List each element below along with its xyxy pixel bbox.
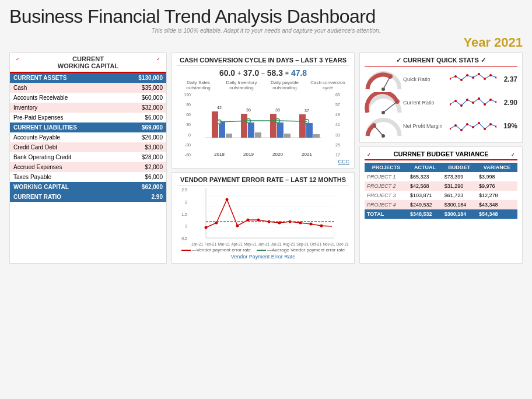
quick-ratio-gauge — [365, 69, 400, 90]
stats-title-text: CURRENT QUICK STATS — [403, 57, 479, 64]
vendor-chart-area: 2.5 2 1.5 1 0.5 — [177, 188, 349, 242]
proj2-name: PROJECT 2 — [365, 181, 408, 191]
net-profit-label: Net Profit Margin — [403, 123, 446, 129]
cc-bar-chart: 42 38 38 — [194, 93, 332, 158]
svg-point-46 — [472, 126, 474, 128]
total-actual: $348,532 — [408, 209, 442, 219]
vendor-chart-label: Vendor Payment Error Rate — [177, 254, 349, 260]
proj3-budget: $61,723 — [442, 191, 477, 200]
vendor-svg — [191, 188, 349, 240]
vendor-error-line — [206, 200, 332, 228]
assets-label: CURRENT ASSETS — [10, 73, 118, 83]
svg-point-37 — [489, 99, 492, 101]
vendor-legend: —Vendor payment error rate —Average Vend… — [177, 247, 349, 253]
budget-header: PROJECTS ACTUAL BUDGET VARIANCE — [365, 163, 517, 172]
bar-2021-dso — [299, 114, 306, 138]
svg-point-38 — [495, 101, 496, 103]
wc-header: CURRENTWORKING CAPITAL — [10, 53, 166, 73]
svg-line-17 — [383, 76, 390, 89]
cc-label-ccc: Cash conversion cycle — [307, 80, 348, 90]
cash-value: $35,000 — [118, 83, 166, 93]
proj4-actual: $249,532 — [408, 200, 442, 209]
vendor-xaxis: Jan-21 Feb-21 Mar-21 Apr-21 May-21 Jun-2… — [177, 242, 349, 246]
col-actual: ACTUAL — [408, 163, 442, 172]
budget-title: CURRNET BUDGET VARIANCE — [365, 150, 517, 160]
right-panel: ✓ CURRENT QUICK STATS ✓ — [359, 52, 523, 264]
stats-title: ✓ CURRENT QUICK STATS ✓ — [365, 57, 517, 66]
col-budget: BUDGET — [442, 163, 477, 172]
bar-2019-dpo — [255, 132, 261, 138]
net-profit-value: 19% — [500, 122, 517, 130]
bar-2019-dso — [241, 114, 247, 138]
bar-2021-dio — [306, 123, 313, 138]
current-ratio-trend — [450, 94, 496, 110]
svg-point-18 — [450, 78, 451, 80]
current-ratio-row: CURRENT RATIO 2.90 — [10, 192, 166, 202]
cc-label-dso: Daily Sales outstanding — [178, 80, 219, 90]
accrued-label: Accrued Expenses — [10, 162, 118, 172]
vp-dot-12 — [320, 225, 323, 228]
prepaid-row: Pre-Paid Expenses $6,000 — [10, 113, 166, 123]
vp-dot-3 — [226, 198, 229, 201]
col-projects: PROJECTS — [365, 163, 408, 172]
current-ratio-value: 2.90 — [500, 99, 517, 107]
svg-text:2020: 2020 — [272, 152, 283, 157]
year-label: Year 2021 — [9, 35, 523, 50]
total-label: TOTAL — [365, 209, 408, 219]
proj3-actual: $103,871 — [408, 191, 442, 200]
svg-text:2021: 2021 — [302, 152, 312, 157]
main-grid: CURRENTWORKING CAPITAL CURRENT ASSETS $1… — [9, 52, 523, 264]
cc-debt-row: Credit Card Debt $3,000 — [10, 142, 166, 152]
vp-dot-11 — [310, 223, 313, 226]
left-panel: CURRENTWORKING CAPITAL CURRENT ASSETS $1… — [9, 52, 167, 264]
middle-panel: CASH CONVERSION CYCLE IN DAYS – LAST 3 Y… — [172, 52, 355, 264]
cc-dso: 60.0 — [219, 68, 235, 78]
current-ratio-label-wrap: Current Ratio — [403, 100, 446, 106]
ccc-label: CCC — [177, 159, 349, 164]
prepaid-value: $6,000 — [118, 113, 166, 123]
proj3-variance: $12,278 — [477, 191, 517, 200]
budget-row-1: PROJECT 1 $65,323 $73,399 $3,998 — [365, 172, 517, 181]
liabilities-value: $69,000 — [118, 123, 166, 132]
ar-row: Accounts Receivable $60,000 — [10, 93, 166, 103]
bar-2021-dpo — [313, 134, 320, 138]
net-profit-trend — [450, 117, 496, 134]
svg-point-26 — [495, 76, 496, 79]
proj4-variance: $43,348 — [477, 200, 517, 209]
stat-net-profit: Net Profit Margin — [365, 116, 517, 136]
svg-text:2018: 2018 — [214, 152, 225, 157]
cr-label: CURRENT RATIO — [10, 192, 118, 202]
svg-point-35 — [478, 97, 480, 100]
cc-chart-area: 120 90 60 30 0 -30 -60 — [177, 93, 349, 158]
svg-point-44 — [460, 129, 463, 131]
liabilities-label: CURRENT LIABILITIES — [10, 123, 118, 132]
vendor-chart — [191, 188, 349, 242]
liabilities-header-row: CURRENT LIABILITIES $69,000 — [10, 123, 166, 132]
cc-dpo: 58.3 — [267, 68, 283, 78]
wc-table: CURRENT ASSETS $130,000 Cash $35,000 Acc… — [10, 73, 166, 202]
budget-body: PROJECT 1 $65,323 $73,399 $3,998 PROJECT… — [365, 172, 517, 219]
boc-row: Bank Operating Credit $28,000 — [10, 152, 166, 162]
inventory-value: $32,000 — [118, 103, 166, 113]
current-ratio-label: Current Ratio — [403, 100, 446, 106]
left-yaxis: 120 90 60 30 0 -30 -60 — [177, 93, 192, 157]
svg-point-31 — [454, 100, 457, 102]
proj3-name: PROJECT 3 — [365, 191, 408, 200]
right-yaxis: 65 57 49 41 33 25 17 — [334, 93, 349, 157]
svg-point-49 — [489, 123, 492, 125]
stat-quick-ratio: Quick Ratio — [365, 69, 517, 90]
budget-panel: CURRNET BUDGET VARIANCE PROJECTS ACTUAL … — [359, 146, 523, 264]
proj2-budget: $31,290 — [442, 181, 477, 191]
working-capital-row: WORKING CAPITAL $62,000 — [10, 182, 166, 192]
ap-label: Accounts Payable — [10, 132, 118, 142]
svg-line-41 — [374, 125, 383, 136]
budget-total-row: TOTAL $348,532 $300,184 $54,348 — [365, 209, 517, 219]
quick-ratio-trend — [450, 71, 496, 87]
taxes-value: $6,000 — [118, 172, 166, 182]
svg-point-34 — [472, 102, 474, 104]
proj2-variance: $9,976 — [477, 181, 517, 191]
quick-ratio-value: 2.37 — [500, 75, 517, 83]
assets-header-row: CURRENT ASSETS $130,000 — [10, 73, 166, 83]
svg-point-48 — [484, 128, 486, 130]
net-profit-label-wrap: Net Profit Margin — [403, 123, 446, 129]
